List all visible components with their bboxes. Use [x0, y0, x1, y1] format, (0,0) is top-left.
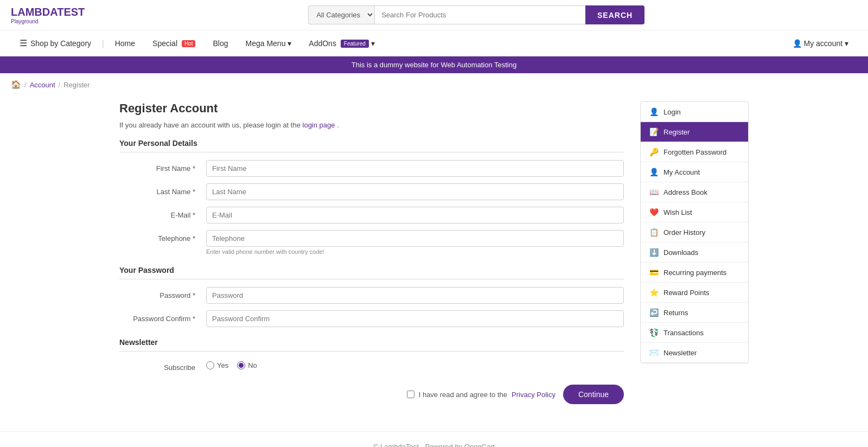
privacy-checkbox[interactable] [407, 391, 414, 398]
telephone-group: Telephone * Enter valid phone number wit… [119, 230, 624, 255]
radio-group: Yes No [206, 359, 624, 369]
subscribe-group: Subscribe Yes No [119, 359, 624, 372]
email-field [206, 207, 624, 224]
privacy-text: I have read and agree to the [419, 391, 507, 399]
first-name-field [206, 160, 624, 177]
sidebar-item-register[interactable]: 📝 Register [641, 122, 748, 142]
header: LAMBDATEST Playground All Categories SEA… [0, 0, 868, 30]
sidebar-newsletter-label: Newsletter [663, 349, 697, 357]
yes-label: Yes [217, 361, 228, 369]
returns-icon: ↩️ [649, 308, 658, 317]
no-radio-label[interactable]: No [237, 361, 257, 369]
subscribe-field: Yes No [206, 359, 624, 369]
search-input[interactable] [374, 5, 585, 24]
register-icon: 📝 [649, 127, 658, 136]
special-badge: Hot [182, 40, 196, 47]
addons-badge: Featured [341, 40, 369, 48]
sidebar-item-forgotten-password[interactable]: 🔑 Forgotten Password [641, 142, 748, 162]
sidebar-wish-list-label: Wish List [663, 208, 692, 216]
sidebar-item-transactions[interactable]: 💱 Transactions [641, 323, 748, 343]
login-icon: 👤 [649, 107, 658, 116]
reward-points-icon: ⭐ [649, 288, 658, 297]
privacy-check-label[interactable]: I have read and agree to the Privacy Pol… [407, 391, 556, 399]
sidebar-recurring-label: Recurring payments [663, 269, 726, 277]
recurring-payments-icon: 💳 [649, 268, 658, 277]
sep1: / [24, 81, 27, 89]
form-title: Register Account [119, 101, 624, 116]
nav-my-account[interactable]: 👤 My account ▾ [784, 31, 857, 55]
sidebar-returns-label: Returns [663, 309, 688, 317]
category-select[interactable]: All Categories [308, 5, 374, 24]
logo-sub: Playground [11, 18, 85, 24]
sidebar-login-label: Login [663, 108, 681, 116]
last-name-label: Last Name * [119, 183, 206, 196]
last-name-group: Last Name * [119, 183, 624, 200]
sep2: / [59, 81, 61, 89]
newsletter-icon: ✉️ [649, 348, 658, 357]
sidebar-address-label: Address Book [663, 188, 707, 196]
privacy-row: I have read and agree to the Privacy Pol… [119, 385, 624, 404]
password-confirm-input[interactable] [206, 310, 624, 327]
nav-divider: | [100, 31, 106, 55]
nav-addons[interactable]: AddOns Featured ▾ [300, 31, 383, 55]
first-name-label: First Name * [119, 160, 206, 173]
email-input[interactable] [206, 207, 624, 224]
subscribe-label: Subscribe [119, 359, 206, 372]
forgotten-password-icon: 🔑 [649, 148, 658, 156]
telephone-field: Enter valid phone number with country co… [206, 230, 624, 255]
continue-button[interactable]: Continue [563, 385, 624, 404]
hamburger-icon: ☰ [20, 38, 27, 48]
banner-text: This is a dummy website for Web Automati… [352, 61, 516, 69]
main-content: Register Account If you already have an … [108, 96, 760, 420]
password-group: Password * [119, 287, 624, 304]
search-bar: All Categories SEARCH [308, 5, 644, 24]
password-section-title: Your Password [119, 266, 624, 279]
sidebar-item-downloads[interactable]: ⬇️ Downloads [641, 242, 748, 263]
personal-details-title: Your Personal Details [119, 139, 624, 152]
nav-home[interactable]: Home [106, 31, 144, 55]
privacy-policy-link[interactable]: Privacy Policy [512, 391, 556, 399]
breadcrumb-account[interactable]: Account [30, 81, 55, 89]
sidebar-item-wish-list[interactable]: ❤️ Wish List [641, 202, 748, 222]
sidebar-item-address-book[interactable]: 📖 Address Book [641, 182, 748, 202]
password-confirm-field [206, 310, 624, 327]
sidebar-my-account-label: My Account [663, 168, 700, 176]
sidebar: 👤 Login 📝 Register 🔑 Forgotten Password … [640, 101, 749, 404]
sidebar-item-login[interactable]: 👤 Login [641, 102, 748, 122]
breadcrumb-register: Register [63, 81, 90, 89]
first-name-group: First Name * [119, 160, 624, 177]
sidebar-item-newsletter[interactable]: ✉️ Newsletter [641, 343, 748, 363]
sidebar-item-my-account[interactable]: 👤 My Account [641, 162, 748, 182]
address-book-icon: 📖 [649, 188, 658, 196]
sidebar-item-reward-points[interactable]: ⭐ Reward Points [641, 283, 748, 303]
breadcrumb: 🏠 / Account / Register [0, 73, 868, 96]
no-radio[interactable] [237, 361, 245, 369]
sidebar-downloads-label: Downloads [663, 248, 698, 257]
nav-mega-menu[interactable]: Mega Menu ▾ [237, 31, 300, 55]
no-label: No [248, 361, 257, 369]
yes-radio-label[interactable]: Yes [206, 361, 228, 369]
last-name-field [206, 183, 624, 200]
logo[interactable]: LAMBDATEST Playground [11, 6, 85, 24]
footer: © LambdaTest - Powered by OpenCart [0, 431, 868, 447]
nav-special[interactable]: Special Hot [144, 31, 204, 55]
telephone-input[interactable] [206, 230, 624, 247]
sidebar-item-returns[interactable]: ↩️ Returns [641, 303, 748, 323]
downloads-icon: ⬇️ [649, 248, 658, 257]
form-subtitle: If you already have an account with us, … [119, 121, 624, 129]
home-icon[interactable]: 🏠 [11, 80, 21, 90]
nav-blog[interactable]: Blog [204, 31, 237, 55]
password-field [206, 287, 624, 304]
shop-by-category[interactable]: ☰ Shop by Category [11, 30, 100, 56]
search-button[interactable]: SEARCH [585, 5, 644, 24]
yes-radio[interactable] [206, 361, 214, 369]
sidebar-register-label: Register [663, 128, 690, 136]
password-input[interactable] [206, 287, 624, 304]
sidebar-item-recurring-payments[interactable]: 💳 Recurring payments [641, 263, 748, 283]
login-page-link[interactable]: login page [303, 121, 335, 129]
sidebar-item-order-history[interactable]: 📋 Order History [641, 222, 748, 242]
first-name-input[interactable] [206, 160, 624, 177]
last-name-input[interactable] [206, 183, 624, 200]
footer-text: © LambdaTest - Powered by OpenCart [373, 443, 495, 447]
transactions-icon: 💱 [649, 328, 658, 337]
